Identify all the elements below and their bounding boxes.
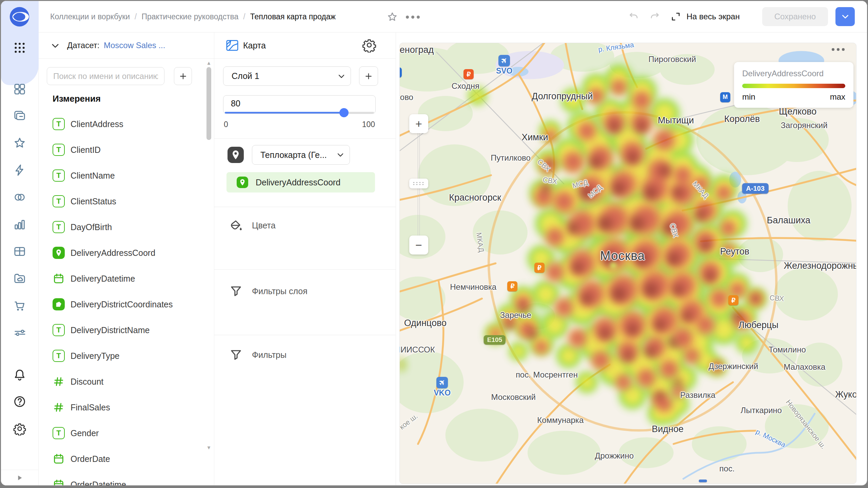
sidebar-item-collections[interactable] <box>12 108 27 124</box>
map-more-button[interactable] <box>830 48 847 51</box>
sidebar-item-settings-gear[interactable] <box>12 421 27 436</box>
scrollbar[interactable]: ▲ ▼ <box>205 59 213 452</box>
slider-fill <box>225 112 344 114</box>
undo-icon[interactable] <box>627 10 640 23</box>
geofield-chip[interactable]: DeliveryAddressCoord <box>226 172 375 192</box>
map-settings-panel: Карта Слой 1 80 0 100 Теплокарта (Ге... <box>214 33 396 485</box>
scroll-down-icon[interactable]: ▼ <box>205 445 213 450</box>
fields-list: TClientAddressTClientIDTClientNameTClien… <box>39 111 204 485</box>
rail-expand-button[interactable] <box>1 470 38 485</box>
field-item[interactable]: TDeliveryDistrictName <box>39 317 204 343</box>
field-item[interactable]: TDayOfBirth <box>39 214 204 240</box>
breadcrumb-item[interactable]: Тепловая карта продаж <box>250 12 336 21</box>
dataset-name-link[interactable]: Moscow Sales ... <box>104 33 165 58</box>
geotype-select-value: Теплокарта (Ге... <box>260 150 327 160</box>
zoom-in-button[interactable]: + <box>409 114 428 133</box>
sidebar-item-services-sliders[interactable] <box>12 325 27 341</box>
field-name: Gender <box>71 428 99 438</box>
map-label: Дрожжино <box>595 451 634 461</box>
map-label: Пироговский <box>648 55 696 64</box>
scrollbar-thumb[interactable] <box>206 67 211 140</box>
sidebar-item-favorites-star[interactable] <box>12 135 27 151</box>
sidebar-item-notifications-bell[interactable] <box>12 367 27 383</box>
section-layer-filters[interactable]: Фильтры слоя <box>229 284 308 298</box>
field-item[interactable]: DeliveryDatetime <box>39 266 204 291</box>
map-label: Лыткарино <box>741 406 782 415</box>
field-item[interactable]: OrderDate <box>39 446 204 472</box>
map-badge-road-blue <box>699 480 707 482</box>
sidebar-item-storage-folder[interactable] <box>12 271 27 286</box>
chevron-down-icon[interactable] <box>50 41 60 51</box>
field-name: ClientAddress <box>71 119 123 129</box>
opacity-slider[interactable]: 80 <box>223 95 376 114</box>
redo-icon[interactable] <box>648 10 662 23</box>
more-actions-button[interactable] <box>406 10 420 24</box>
map-label: пос. Мосрентген <box>516 370 578 380</box>
field-item[interactable]: TDeliveryType <box>39 343 204 369</box>
map-panel-title: Карта <box>243 33 266 58</box>
zoom-slider-handle[interactable] <box>409 179 428 188</box>
sidebar-item-dashboard-grid[interactable] <box>12 81 27 97</box>
map-label: Развилка <box>680 390 715 400</box>
left-rail <box>1 1 39 485</box>
breadcrumb-item[interactable]: Коллекции и воркбуки <box>50 12 130 21</box>
map-badge-metro: М <box>399 67 402 78</box>
sidebar-item-marketplace-cart[interactable] <box>12 298 27 313</box>
opacity-scale: 0 100 <box>224 120 375 129</box>
sidebar-item-apps-grid[interactable] <box>12 40 27 56</box>
field-item[interactable]: Discount <box>39 369 204 394</box>
map-badge-ruble: ₽ <box>507 281 517 291</box>
sidebar-item-bolt[interactable] <box>12 162 27 178</box>
field-name: OrderDate <box>71 454 110 464</box>
gear-icon[interactable] <box>361 38 377 53</box>
map-label: СВХ <box>769 293 784 303</box>
map-label: Заречье <box>500 310 531 320</box>
field-item[interactable]: TClientName <box>39 163 204 188</box>
section-label: Фильтры слоя <box>252 286 308 296</box>
map-label: Одинцово <box>404 318 447 328</box>
slider-thumb[interactable] <box>339 108 349 117</box>
map-label: Балашиха <box>767 215 810 225</box>
zoom-out-button[interactable]: − <box>409 236 428 255</box>
saved-button[interactable]: Сохранено <box>762 7 828 26</box>
sidebar-item-charts[interactable] <box>12 217 27 232</box>
field-item[interactable]: FinalSales <box>39 394 204 420</box>
field-name: ClientStatus <box>71 197 116 206</box>
fullscreen-button[interactable]: На весь экран <box>669 10 740 23</box>
layer-select[interactable]: Слой 1 <box>223 66 351 86</box>
add-field-button[interactable] <box>174 67 192 85</box>
save-dropdown-button[interactable] <box>835 7 855 26</box>
dataset-label: Датасет: <box>67 33 99 58</box>
field-item[interactable]: DeliveryDistrictCoordinates <box>39 291 204 317</box>
section-colors[interactable]: Цвета <box>229 218 276 232</box>
field-item[interactable]: DeliveryAddressCoord <box>39 240 204 266</box>
map-label: ВНИИССОК <box>399 345 435 354</box>
geotype-select[interactable]: Теплокарта (Ге... <box>252 145 350 165</box>
field-item[interactable]: OrderDatetime <box>39 472 204 485</box>
favorite-star-icon[interactable] <box>385 10 399 24</box>
map-label: Реутов <box>720 246 749 257</box>
map-label: Москва <box>600 249 645 263</box>
add-layer-button[interactable] <box>359 66 378 86</box>
fullscreen-label: На весь экран <box>687 12 740 21</box>
field-item[interactable]: TClientStatus <box>39 188 204 214</box>
search-input[interactable] <box>47 67 164 85</box>
paint-bucket-icon <box>229 218 243 232</box>
breadcrumb-item[interactable]: Практические руководства <box>141 12 238 21</box>
map-canvas[interactable]: ЗеленоградПироговскийр. КлязьмаSVOСходня… <box>399 43 856 484</box>
section-filters[interactable]: Фильтры <box>229 348 287 362</box>
field-item[interactable]: TClientAddress <box>39 111 204 137</box>
sidebar-item-connections[interactable] <box>12 189 27 205</box>
field-item[interactable]: TGender <box>39 420 204 446</box>
datalens-logo[interactable] <box>8 5 31 28</box>
scroll-up-icon[interactable]: ▲ <box>205 60 213 66</box>
field-item[interactable]: TClientID <box>39 137 204 163</box>
slider-track[interactable] <box>225 112 374 114</box>
map-label: Путилково <box>491 153 531 163</box>
map-label: Загорянский <box>781 121 828 130</box>
field-name: DeliveryAddressCoord <box>71 248 155 258</box>
map-label: VKO <box>434 388 451 398</box>
sidebar-item-datasets-table[interactable] <box>12 244 27 259</box>
field-name: FinalSales <box>71 403 110 412</box>
sidebar-item-help[interactable] <box>12 394 27 409</box>
